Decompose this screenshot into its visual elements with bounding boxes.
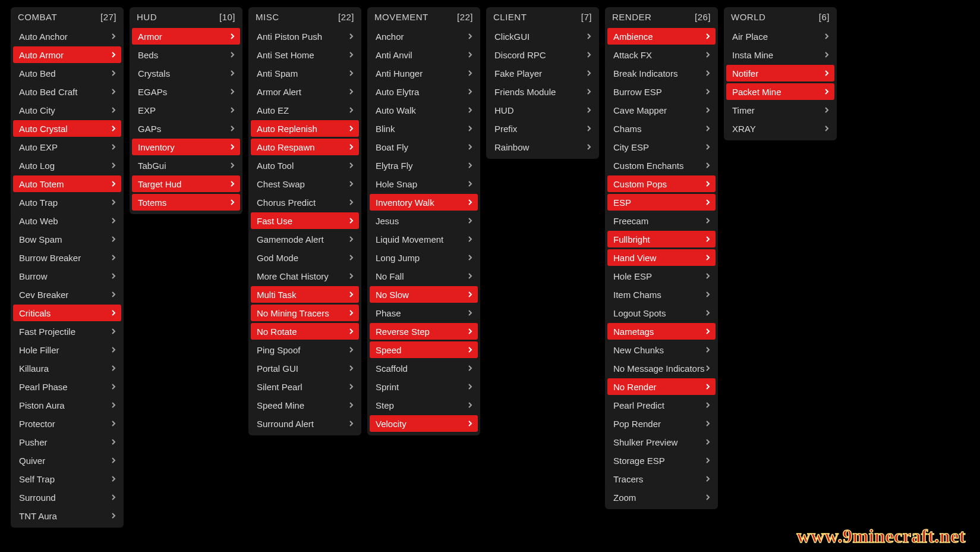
module-crystals[interactable]: Crystals xyxy=(132,65,240,81)
module-anti-spam[interactable]: Anti Spam xyxy=(251,65,359,81)
module-storage-esp[interactable]: Storage ESP xyxy=(607,452,716,469)
module-burrow[interactable]: Burrow xyxy=(13,268,121,284)
module-self-trap[interactable]: Self Trap xyxy=(13,471,121,487)
module-long-jump[interactable]: Long Jump xyxy=(370,249,478,266)
module-item-chams[interactable]: Item Chams xyxy=(607,286,716,303)
module-pearl-predict[interactable]: Pearl Predict xyxy=(607,397,716,413)
module-gaps[interactable]: GAPs xyxy=(132,120,240,137)
module-anti-set-home[interactable]: Anti Set Home xyxy=(251,46,359,63)
module-god-mode[interactable]: God Mode xyxy=(251,249,359,266)
module-pusher[interactable]: Pusher xyxy=(13,434,121,450)
module-reverse-step[interactable]: Reverse Step xyxy=(370,323,478,340)
module-hand-view[interactable]: Hand View xyxy=(607,249,716,266)
module-fullbright[interactable]: Fullbright xyxy=(607,231,716,247)
module-auto-web[interactable]: Auto Web xyxy=(13,212,121,229)
module-no-slow[interactable]: No Slow xyxy=(370,286,478,303)
module-shulker-preview[interactable]: Shulker Preview xyxy=(607,434,716,450)
module-new-chunks[interactable]: New Chunks xyxy=(607,341,716,358)
module-air-place[interactable]: Air Place xyxy=(726,28,834,45)
module-freecam[interactable]: Freecam xyxy=(607,212,716,229)
panel-header-movement[interactable]: MOVEMENT[22] xyxy=(367,7,480,26)
panel-header-hud[interactable]: HUD[10] xyxy=(130,7,242,26)
module-auto-walk[interactable]: Auto Walk xyxy=(370,102,478,118)
module-friends-module[interactable]: Friends Module xyxy=(489,83,597,100)
module-exp[interactable]: EXP xyxy=(132,102,240,118)
module-auto-trap[interactable]: Auto Trap xyxy=(13,194,121,211)
module-criticals[interactable]: Criticals xyxy=(13,305,121,321)
module-killaura[interactable]: Killaura xyxy=(13,360,121,377)
module-anti-anvil[interactable]: Anti Anvil xyxy=(370,46,478,63)
module-bow-spam[interactable]: Bow Spam xyxy=(13,231,121,247)
module-nametags[interactable]: Nametags xyxy=(607,323,716,340)
module-auto-tool[interactable]: Auto Tool xyxy=(251,157,359,174)
module-inventory[interactable]: Inventory xyxy=(132,139,240,155)
module-custom-enchants[interactable]: Custom Enchants xyxy=(607,157,716,174)
module-tracers[interactable]: Tracers xyxy=(607,471,716,487)
module-beds[interactable]: Beds xyxy=(132,46,240,63)
module-totems[interactable]: Totems xyxy=(132,194,240,211)
module-hole-esp[interactable]: Hole ESP xyxy=(607,268,716,284)
module-break-indicators[interactable]: Break Indicators xyxy=(607,65,716,81)
module-more-chat-history[interactable]: More Chat History xyxy=(251,268,359,284)
module-ping-spoof[interactable]: Ping Spoof xyxy=(251,341,359,358)
module-hole-snap[interactable]: Hole Snap xyxy=(370,175,478,192)
module-speed-mine[interactable]: Speed Mine xyxy=(251,397,359,413)
module-auto-city[interactable]: Auto City xyxy=(13,102,121,118)
module-step[interactable]: Step xyxy=(370,397,478,413)
panel-header-render[interactable]: RENDER[26] xyxy=(605,7,718,26)
module-liquid-movement[interactable]: Liquid Movement xyxy=(370,231,478,247)
module-blink[interactable]: Blink xyxy=(370,120,478,137)
module-surround-alert[interactable]: Surround Alert xyxy=(251,415,359,432)
module-no-message-indicators[interactable]: No Message Indicators xyxy=(607,360,716,377)
module-prefix[interactable]: Prefix xyxy=(489,120,597,137)
module-inventory-walk[interactable]: Inventory Walk xyxy=(370,194,478,211)
module-esp[interactable]: ESP xyxy=(607,194,716,211)
module-silent-pearl[interactable]: Silent Pearl xyxy=(251,378,359,395)
module-rainbow[interactable]: Rainbow xyxy=(489,139,597,155)
module-anti-piston-push[interactable]: Anti Piston Push xyxy=(251,28,359,45)
module-hud[interactable]: HUD xyxy=(489,102,597,118)
module-no-render[interactable]: No Render xyxy=(607,378,716,395)
module-armor[interactable]: Armor xyxy=(132,28,240,45)
module-auto-ez[interactable]: Auto EZ xyxy=(251,102,359,118)
module-chest-swap[interactable]: Chest Swap xyxy=(251,175,359,192)
module-discord-rpc[interactable]: Discord RPC xyxy=(489,46,597,63)
module-no-fall[interactable]: No Fall xyxy=(370,268,478,284)
module-piston-aura[interactable]: Piston Aura xyxy=(13,397,121,413)
panel-header-world[interactable]: WORLD[6] xyxy=(724,7,837,26)
module-auto-armor[interactable]: Auto Armor xyxy=(13,46,121,63)
module-auto-bed[interactable]: Auto Bed xyxy=(13,65,121,81)
module-auto-replenish[interactable]: Auto Replenish xyxy=(251,120,359,137)
module-xray[interactable]: XRAY xyxy=(726,120,834,137)
module-phase[interactable]: Phase xyxy=(370,305,478,321)
module-egaps[interactable]: EGAPs xyxy=(132,83,240,100)
module-zoom[interactable]: Zoom xyxy=(607,489,716,506)
module-gamemode-alert[interactable]: Gamemode Alert xyxy=(251,231,359,247)
module-protector[interactable]: Protector xyxy=(13,415,121,432)
module-tabgui[interactable]: TabGui xyxy=(132,157,240,174)
module-jesus[interactable]: Jesus xyxy=(370,212,478,229)
module-tnt-aura[interactable]: TNT Aura xyxy=(13,507,121,524)
module-target-hud[interactable]: Target Hud xyxy=(132,175,240,192)
module-anti-hunger[interactable]: Anti Hunger xyxy=(370,65,478,81)
module-surround[interactable]: Surround xyxy=(13,489,121,506)
module-city-esp[interactable]: City ESP xyxy=(607,139,716,155)
module-auto-log[interactable]: Auto Log xyxy=(13,157,121,174)
module-fast-use[interactable]: Fast Use xyxy=(251,212,359,229)
module-pop-render[interactable]: Pop Render xyxy=(607,415,716,432)
module-attack-fx[interactable]: Attack FX xyxy=(607,46,716,63)
module-insta-mine[interactable]: Insta Mine xyxy=(726,46,834,63)
module-custom-pops[interactable]: Custom Pops xyxy=(607,175,716,192)
panel-header-misc[interactable]: MISC[22] xyxy=(248,7,361,26)
module-notifer[interactable]: Notifer xyxy=(726,65,834,81)
module-quiver[interactable]: Quiver xyxy=(13,452,121,469)
module-fake-player[interactable]: Fake Player xyxy=(489,65,597,81)
module-hole-filler[interactable]: Hole Filler xyxy=(13,341,121,358)
module-auto-exp[interactable]: Auto EXP xyxy=(13,139,121,155)
module-portal-gui[interactable]: Portal GUI xyxy=(251,360,359,377)
module-auto-respawn[interactable]: Auto Respawn xyxy=(251,139,359,155)
panel-header-combat[interactable]: COMBAT[27] xyxy=(11,7,124,26)
module-auto-bed-craft[interactable]: Auto Bed Craft xyxy=(13,83,121,100)
module-boat-fly[interactable]: Boat Fly xyxy=(370,139,478,155)
module-logout-spots[interactable]: Logout Spots xyxy=(607,305,716,321)
